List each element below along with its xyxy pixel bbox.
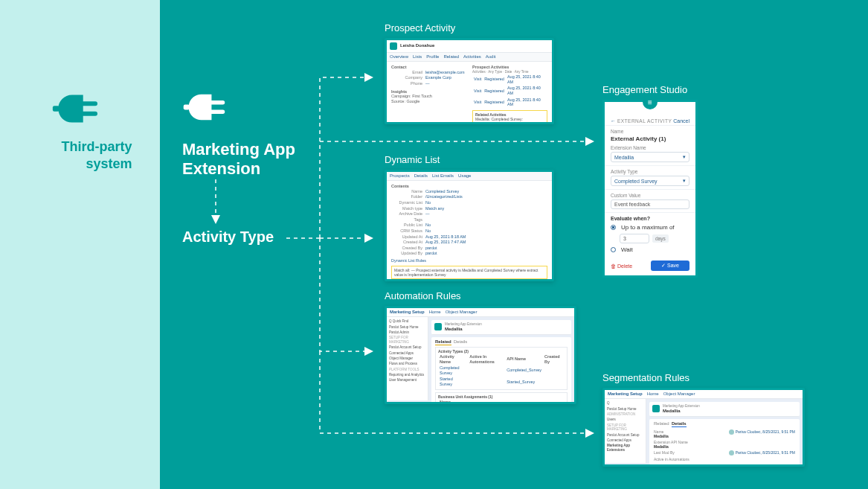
panel-title: EXTERNAL ACTIVITY [617, 118, 672, 124]
days-unit: days [652, 234, 669, 243]
tab-related: Related [654, 421, 669, 426]
chevron-down-icon: ▾ [683, 154, 686, 160]
tabs: Prospects Details List Emails Usage [387, 172, 552, 181]
plug-icon [182, 89, 236, 125]
activity-types-table: Activity NameActive In AutomationsAPI Na… [438, 354, 565, 388]
app-icon [434, 323, 442, 330]
extension-name: Medallia [445, 327, 463, 331]
svg-rect-1 [184, 105, 190, 110]
name-value: External Activity (1) [611, 135, 689, 142]
option-wait[interactable]: Wait [611, 246, 689, 253]
tab-related: Related [435, 339, 451, 345]
back-icon[interactable]: ← [611, 118, 616, 124]
activities-heading: Prospect Activities [472, 65, 509, 69]
radio-icon [611, 247, 616, 252]
activity-types-heading: Activity Types (2) [438, 349, 469, 354]
automation-rules-block: Automation Rules Marketing Setup Home Ob… [385, 290, 576, 404]
insights-heading: Insights [391, 89, 466, 95]
segmentation-rules-block: Segmentation Rules Marketing Setup Home … [602, 372, 805, 467]
node-icon: ≡ [643, 95, 658, 109]
third-party-label: Third-party system [28, 138, 132, 172]
avatar-icon [729, 450, 734, 456]
tab-details: Details [672, 421, 687, 427]
chevron-down-icon: ▾ [683, 178, 686, 184]
third-party-panel: Third-party system [0, 0, 160, 489]
rules-heading: Dynamic List Rules [391, 258, 547, 263]
segmentation-rules-label: Segmentation Rules [602, 372, 805, 383]
related-activities-highlight: Related Activities Medallia: Completed S… [472, 110, 547, 124]
marketing-app-extension-node: Marketing App Extension [182, 89, 309, 179]
app-icon [652, 405, 660, 412]
dynamic-list-label: Dynamic List [385, 154, 554, 165]
prospect-activity-card: Leisha Donahue Overview Lists Profile Re… [385, 38, 554, 124]
rule-highlight: Match all: — Prospect external activity … [391, 266, 547, 279]
prospect-activity-block: Prospect Activity Leisha Donahue Overvie… [385, 22, 554, 124]
days-input[interactable]: 3 [620, 234, 649, 243]
extension-select[interactable]: Medallia▾ [611, 152, 689, 162]
contents-heading: Contents [391, 184, 409, 188]
activity-type-node: Activity Type [182, 228, 274, 246]
automation-rules-label: Automation Rules [385, 290, 576, 301]
activity-type-select[interactable]: Completed Survey▾ [611, 176, 689, 186]
engagement-studio-block: Engagement Studio ≡ ← EXTERNAL ACTIVITY … [602, 84, 698, 278]
plug-icon [51, 89, 110, 128]
tab-details: Details [454, 339, 467, 344]
bu-heading: Business Unit Assignments (1) [438, 394, 492, 399]
delete-button[interactable]: 🗑 Delete [611, 263, 632, 269]
marketing-app-extension-label: Marketing App Extension [182, 140, 309, 179]
custom-value-input[interactable]: Event feedback [611, 199, 689, 209]
avatar-icon [729, 429, 734, 435]
setup-sidebar: Q Pardot Setup Home ADMINISTRATION Users… [605, 399, 646, 463]
option-max[interactable]: Up to a maximum of [611, 224, 689, 231]
record-name: Leisha Donahue [400, 43, 434, 48]
extension-name: Medallia [663, 409, 681, 413]
setup-sidebar: Q Quick Find Pardot Setup Home Pardot Ad… [387, 317, 428, 400]
evaluate-heading: Evaluate when? [611, 216, 689, 221]
dynamic-list-block: Dynamic List Prospects Details List Emai… [385, 154, 554, 281]
radio-icon [611, 225, 616, 230]
engagement-studio-label: Engagement Studio [602, 84, 698, 95]
cancel-link[interactable]: Cancel [673, 118, 689, 124]
segmentation-rules-card: Marketing Setup Home Object Manager Q Pa… [602, 388, 805, 467]
save-button[interactable]: ✓ Save [651, 261, 689, 271]
tabs: Overview Lists Profile Related Activitie… [387, 53, 552, 62]
engagement-studio-card: ≡ ← EXTERNAL ACTIVITY Cancel Name Extern… [602, 100, 698, 278]
svg-rect-0 [52, 106, 59, 111]
rule-highlight: Match all: — Prospect external activity … [391, 281, 547, 282]
app-icon [390, 42, 397, 50]
dynamic-list-card: Prospects Details List Emails Usage Cont… [385, 170, 554, 281]
activities-table: VisitRegisteredAug 25, 2021 8:40 AM Visi… [472, 74, 547, 108]
automation-rules-card: Marketing Setup Home Object Manager Q Qu… [385, 306, 576, 404]
prospect-activity-label: Prospect Activity [385, 22, 554, 33]
contact-heading: Contact [391, 65, 406, 69]
